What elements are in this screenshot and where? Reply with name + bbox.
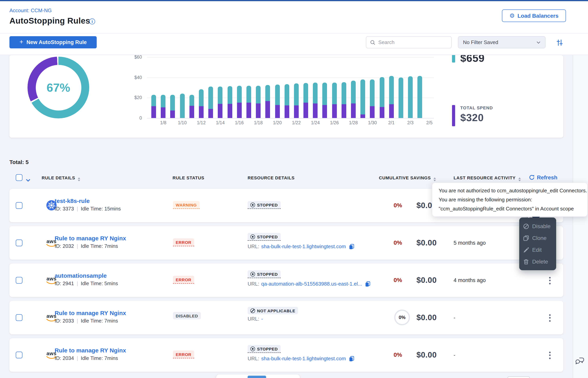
bar-chart-x-axis: 1/81/101/121/141/161/181/201/221/241/261… — [149, 120, 434, 125]
resource-url-link[interactable]: - — [261, 316, 263, 322]
savings-segment — [313, 83, 318, 103]
copy-icon[interactable] — [349, 244, 354, 249]
x-axis-tick-label: 2/5 — [425, 120, 434, 125]
savings-segment — [370, 80, 375, 106]
x-axis-tick-label — [149, 120, 158, 125]
sort-icon[interactable] — [78, 177, 80, 181]
col-last-resource-activity: LAST RESOURCE ACTIVITY — [454, 176, 521, 181]
active-page-button[interactable] — [248, 376, 266, 378]
savings-segment — [322, 83, 327, 105]
row-checkbox[interactable] — [16, 202, 22, 209]
menu-item-delete[interactable]: Delete — [519, 256, 556, 268]
rule-name-link[interactable]: Rule to manage RY Nginx — [55, 310, 126, 316]
x-axis-tick-label: 1/22 — [292, 120, 301, 125]
rule-meta: ID: 2034|Idle Time: 7mins — [55, 355, 118, 361]
table-row: aws automationsample ID: 2941|Idle Time:… — [9, 264, 563, 297]
x-axis-tick-label: 1/24 — [310, 120, 320, 125]
row-actions-kebab-icon[interactable] — [547, 350, 553, 361]
x-axis-tick-label: 1/12 — [196, 120, 206, 125]
rule-name-link[interactable]: automationsample — [55, 272, 107, 279]
resource-url: URL: - — [248, 316, 263, 322]
copy-icon[interactable] — [365, 281, 370, 286]
rule-name-link[interactable]: Rule to manage RY Nginx — [55, 347, 126, 354]
rule-status-badge[interactable]: ERROR — [173, 238, 194, 246]
spend-segment — [199, 106, 204, 118]
select-all-checkbox[interactable] — [16, 174, 22, 181]
sort-icon[interactable] — [518, 177, 521, 181]
sort-icon[interactable] — [434, 177, 436, 181]
rule-name-link[interactable]: Rule to manage RY Nginx — [55, 235, 126, 242]
bar-1/7 — [149, 55, 158, 118]
rule-name-link[interactable]: test-k8s-rule — [55, 197, 89, 204]
rule-status-badge[interactable]: ERROR — [173, 276, 194, 284]
select-menu-chevron-icon[interactable] — [26, 176, 30, 183]
autostopping-rules-page: Account: CCM-NG AutoStopping Rules i ⚙ L… — [0, 0, 588, 378]
resource-state-badge[interactable]: STOPPED — [248, 345, 281, 353]
resource-state-badge[interactable]: STOPPED — [248, 233, 281, 241]
x-axis-tick-label — [320, 120, 330, 125]
row-checkbox[interactable] — [16, 277, 22, 284]
rule-status-badge[interactable]: ERROR — [173, 351, 194, 358]
delete-icon — [523, 259, 529, 265]
info-icon[interactable]: i — [89, 18, 95, 24]
rule-meta: ID: 3373|Idle Time: 15mins — [55, 206, 121, 212]
x-axis-tick-label: 1/18 — [254, 120, 263, 125]
resource-url-link[interactable]: sha-bulk-rule-test-1.lightwingtest.com — [261, 243, 346, 249]
chat-support-icon[interactable] — [575, 358, 585, 366]
row-checkbox[interactable] — [16, 314, 22, 321]
row-actions-kebab-icon[interactable] — [547, 275, 553, 286]
x-axis-tick-label: 1/14 — [216, 120, 225, 125]
saved-filter-select[interactable]: No Filter Saved — [458, 36, 546, 48]
x-axis-tick-label — [301, 120, 310, 125]
x-axis-tick-label: 1/20 — [273, 120, 282, 125]
bar-1/24 — [310, 55, 320, 118]
gridline — [147, 118, 434, 118]
refresh-button[interactable]: Refresh — [529, 174, 557, 181]
row-actions-kebab-icon[interactable] — [547, 312, 553, 323]
x-axis-tick-label — [282, 120, 292, 125]
spend-segment — [360, 114, 365, 118]
resource-url-link[interactable]: qa-automation-alb-515563988.us-east-1.el… — [261, 281, 362, 287]
table-row: aws Rule to manage RY Nginx ID: 2033|Idl… — [9, 301, 563, 334]
resource-url-link[interactable]: sha-bulk-rule-test-1.lightwingtest.com — [261, 356, 346, 362]
savings-swatch — [452, 55, 455, 63]
y-axis-tick-label: 0 — [123, 116, 142, 120]
bar-1/13 — [206, 55, 215, 118]
savings-amount: $0.00 — [416, 238, 437, 247]
savings-segment — [190, 94, 194, 106]
page-header: Account: CCM-NG AutoStopping Rules i ⚙ L… — [0, 1, 588, 33]
load-balancers-button[interactable]: ⚙ Load Balancers — [502, 9, 566, 22]
savings-percent: 0% — [394, 351, 402, 358]
col-rule-details: RULE DETAILS — [42, 176, 80, 181]
rule-status-badge[interactable]: DISABLED — [173, 312, 201, 319]
savings-segment — [227, 86, 232, 104]
copy-icon[interactable] — [349, 356, 354, 361]
search-input[interactable] — [378, 39, 447, 45]
menu-item-edit[interactable]: Edit — [519, 244, 556, 256]
resource-state-badge[interactable]: NOT APPLICABLE — [248, 307, 298, 314]
resource-state-badge[interactable]: STOPPED — [248, 201, 281, 209]
total-count-label: Total: 5 — [9, 159, 29, 165]
savings-segment — [256, 86, 261, 103]
filter-sliders-icon[interactable] — [556, 39, 564, 46]
total-spend-label: TOTAL SPEND — [460, 105, 493, 110]
x-axis-tick-label — [168, 120, 178, 125]
search-icon — [370, 40, 375, 45]
resource-state-badge[interactable]: STOPPED — [248, 270, 281, 278]
rule-meta: ID: 2032|Idle Time: 7mins — [55, 243, 118, 249]
bar-1/8 — [158, 55, 168, 118]
row-checkbox[interactable] — [16, 240, 22, 246]
menu-item-disable[interactable]: Disable — [519, 220, 556, 232]
account-breadcrumb[interactable]: Account: CCM-NG — [9, 7, 52, 13]
page-size-button[interactable] — [507, 377, 530, 378]
spend-segment — [294, 105, 299, 118]
stopped-icon — [250, 202, 255, 207]
plus-icon: + — [19, 38, 23, 46]
menu-item-clone[interactable]: Clone — [519, 232, 556, 244]
rule-status-badge[interactable]: WARNING — [173, 201, 199, 209]
row-checkbox[interactable] — [16, 352, 22, 358]
new-autostopping-rule-button[interactable]: + New AutoStopping Rule — [9, 36, 97, 48]
x-axis-tick-label: 1/10 — [178, 120, 187, 125]
spend-segment — [342, 104, 346, 118]
x-axis-tick-label — [358, 120, 368, 125]
